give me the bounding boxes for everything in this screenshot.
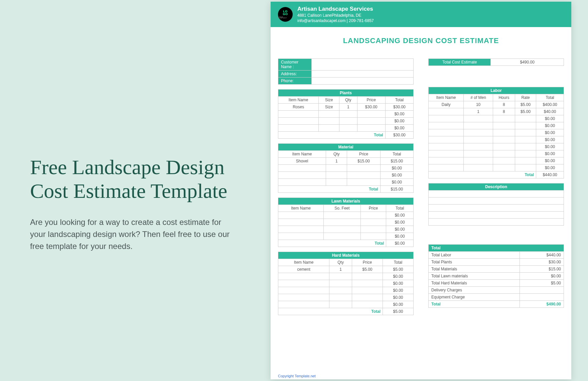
labor-table: LaborItem Name# of MenHoursRateTotalDail… — [428, 87, 564, 178]
logo-sub: LOGO COMPANY — [278, 16, 293, 19]
customer-name-label: Customer Name : — [278, 59, 312, 71]
page-title: Free Landscape Design Cost Estimate Temp… — [30, 155, 231, 203]
doc-header: LO GO LOGO COMPANY Artisan Landscape Ser… — [271, 2, 571, 27]
intro-panel: Free Landscape Design Cost Estimate Temp… — [0, 0, 254, 381]
company-info: Artisan Landscape Services 4881 Callison… — [297, 6, 374, 23]
material-table: MaterialItem NameQtyPriceTotalShovel1$15… — [278, 143, 414, 193]
total-cost-estimate: Total Cost Estimate $490.00 — [428, 58, 564, 66]
document: LO GO LOGO COMPANY Artisan Landscape Ser… — [271, 2, 571, 379]
plants-table: PlantsItem NameSizeQtyPriceTotalRosesSiz… — [278, 89, 414, 139]
logo-icon: LO GO LOGO COMPANY — [278, 7, 293, 22]
total-estimate-label: Total Cost Estimate — [429, 59, 491, 66]
customer-phone-label: Phone: — [278, 78, 312, 85]
company-address: 4881 Callison LanePhiladelphia, DE — [297, 13, 374, 18]
doc-body: LANDSCAPING DESIGN COST ESTIMATE Custome… — [271, 27, 571, 322]
customer-address-label: Address: — [278, 71, 312, 78]
description-table: Description — [428, 183, 564, 226]
totals-table: TotalTotal Labor$440.00Total Plants$30.0… — [428, 244, 564, 308]
page-description: Are you looking for a way to create a co… — [30, 216, 231, 252]
customer-phone-value — [312, 78, 414, 85]
company-name: Artisan Landscape Services — [297, 6, 374, 12]
doc-title: LANDSCAPING DESIGN COST ESTIMATE — [278, 36, 564, 45]
copyright: Copyright Template.net — [278, 374, 316, 378]
lawn-table: Lawn MaterialsItem NameSo. FeetPriceTota… — [278, 198, 414, 247]
customer-address-value — [312, 71, 414, 78]
document-preview-area: LO GO LOGO COMPANY Artisan Landscape Ser… — [254, 0, 588, 381]
customer-name-value — [312, 59, 414, 71]
hard-table: Hard MaterialsItem NameQtyPriceTotalceme… — [278, 252, 414, 315]
total-estimate-value: $490.00 — [491, 59, 564, 66]
logo-text-bottom: GO — [283, 13, 288, 15]
company-contact: info@artisanladscapel.com | 209-781-6857 — [297, 18, 374, 23]
customer-table: Customer Name : Address: Phone: — [278, 58, 414, 85]
